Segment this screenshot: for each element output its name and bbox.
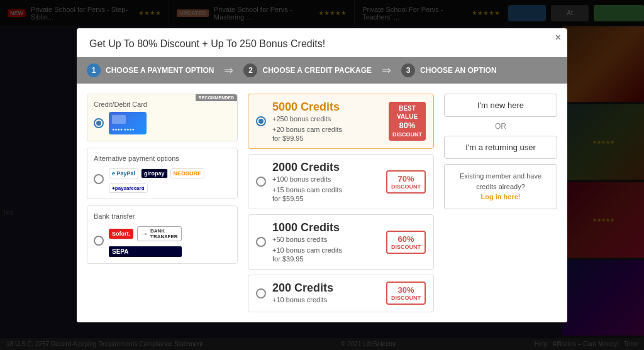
sofort-logo: Sofort.: [109, 229, 133, 239]
step-2: 2 CHOOSE A CREDIT PACKAGE: [243, 63, 372, 77]
package-5000-info: 5000 Credits +250 bonus credits +20 bonu…: [272, 101, 382, 142]
step-3-label: CHOOSE AN OPTION: [420, 66, 497, 75]
credit-package-1000[interactable]: 1000 Credits +50 bonus credits +10 bonus…: [248, 214, 434, 270]
alt-radio[interactable]: [94, 174, 104, 184]
card-radio[interactable]: [94, 118, 104, 128]
package-5000-bonus: +250 bonus credits +20 bonus cam credits: [272, 114, 382, 134]
bank-row: Sofort. → BANKTRANSFER SEPA: [94, 224, 231, 257]
login-cta: Existing member and have credits already…: [444, 164, 557, 209]
psc-logo: ●paysafecard: [109, 183, 148, 193]
step-2-label: CHOOSE A CREDIT PACKAGE: [262, 66, 372, 75]
package-2000-amount: 2000 Credits: [272, 161, 380, 174]
right-column: I'm new here OR I'm a returning user Exi…: [444, 94, 557, 312]
sepa-logo: SEPA: [109, 246, 182, 257]
step-1-num: 1: [87, 63, 101, 77]
payment-option-card[interactable]: RECOMMENDED Credit/Debit Card ●●●● ●●●●: [87, 94, 238, 141]
step-3-num: 3: [401, 63, 415, 77]
card-label: Credit/Debit Card: [94, 101, 231, 108]
package-1000-badge: 60% DISCOUNT: [386, 231, 426, 254]
card-row: ●●●● ●●●●: [94, 112, 231, 134]
package-2000-info: 2000 Credits +100 bonus credits +15 bonu…: [272, 161, 380, 202]
bank-label: Bank transfer: [94, 212, 231, 220]
steps-bar: 1 CHOOSE A PAYMENT OPTION ⇒ 2 CHOOSE A C…: [77, 57, 567, 84]
close-button[interactable]: ×: [555, 32, 561, 43]
package-5000-radio[interactable]: [256, 116, 266, 126]
epaypal-logo: e PayPal: [109, 168, 138, 178]
modal-body: RECOMMENDED Credit/Debit Card ●●●● ●●●● …: [77, 84, 567, 322]
package-200-radio[interactable]: [256, 288, 266, 298]
package-2000-radio[interactable]: [256, 177, 266, 187]
recommended-badge: RECOMMENDED: [196, 94, 237, 101]
alt-label: Alternative payment options: [94, 155, 231, 162]
package-200-badge: 30% DISCOUNT: [386, 282, 426, 305]
package-1000-price: for $39.95: [272, 255, 380, 263]
card-visual: ●●●● ●●●●: [109, 112, 147, 134]
alt-row: e PayPal giropay NEOSURF ●paysafecard: [94, 166, 231, 192]
new-user-button[interactable]: I'm new here: [444, 94, 557, 117]
best-value-badge: BEST VALUE 80% DISCOUNT: [389, 102, 426, 141]
package-2000-badge: 70% DISCOUNT: [386, 170, 426, 194]
step-3: 3 CHOOSE AN OPTION: [401, 63, 497, 77]
psc-row: ●paysafecard: [109, 181, 231, 192]
package-2000-bonus: +100 bonus credits +15 bonus cam credits: [272, 174, 380, 195]
package-1000-info: 1000 Credits +50 bonus credits +10 bonus…: [272, 221, 380, 263]
existing-member-text: Existing member and have credits already…: [460, 172, 541, 190]
credit-package-2000[interactable]: 2000 Credits +100 bonus credits +15 bonu…: [248, 154, 434, 209]
step-1-label: CHOOSE A PAYMENT OPTION: [106, 66, 214, 75]
returning-user-button[interactable]: I'm a returning user: [444, 136, 557, 159]
step-1: 1 CHOOSE A PAYMENT OPTION: [87, 63, 214, 77]
or-divider: OR: [444, 122, 557, 131]
bank-visual: Sofort. → BANKTRANSFER: [109, 226, 182, 241]
credit-package-5000[interactable]: 5000 Credits +250 bonus credits +20 bonu…: [248, 94, 434, 149]
bank-logos: Sofort. → BANKTRANSFER SEPA: [109, 224, 182, 257]
modal-title: Get Up To 80% Discount + Up To 250 Bonus…: [77, 28, 567, 57]
credits-column: 5000 Credits +250 bonus credits +20 bonu…: [248, 94, 434, 312]
payment-option-bank[interactable]: Bank transfer Sofort. → BANKTRANSFER SEP…: [87, 205, 238, 264]
package-5000-amount: 5000 Credits: [272, 101, 382, 114]
modal-dialog: × Get Up To 80% Discount + Up To 250 Bon…: [77, 28, 567, 322]
neosurf-logo: NEOSURF: [170, 168, 204, 178]
payment-option-alt[interactable]: Alternative payment options e PayPal gir…: [87, 148, 238, 199]
credit-package-200[interactable]: 200 Credits +10 bonus credits 30% DISCOU…: [248, 275, 434, 312]
step-arrow-2: ⇒: [382, 63, 391, 77]
package-1000-bonus: +50 bonus credits +10 bonus cam credits: [272, 234, 380, 255]
step-arrow-1: ⇒: [224, 63, 233, 77]
alt-logos: e PayPal giropay NEOSURF ●paysafecard: [109, 168, 231, 192]
step-2-num: 2: [243, 63, 257, 77]
login-link[interactable]: Log in here!: [481, 193, 521, 200]
bank-radio[interactable]: [94, 236, 104, 246]
package-200-info: 200 Credits +10 bonus credits: [272, 282, 380, 305]
package-1000-radio[interactable]: [256, 237, 266, 247]
package-5000-price: for $99.95: [272, 134, 382, 142]
payment-column: RECOMMENDED Credit/Debit Card ●●●● ●●●● …: [87, 94, 238, 312]
package-1000-amount: 1000 Credits: [272, 221, 380, 234]
bank-transfer-logo: → BANKTRANSFER: [137, 226, 182, 241]
package-200-bonus: +10 bonus credits: [272, 295, 380, 305]
package-200-amount: 200 Credits: [272, 282, 380, 295]
package-2000-price: for $59.95: [272, 195, 380, 202]
giropay-logo: giropay: [141, 168, 168, 178]
